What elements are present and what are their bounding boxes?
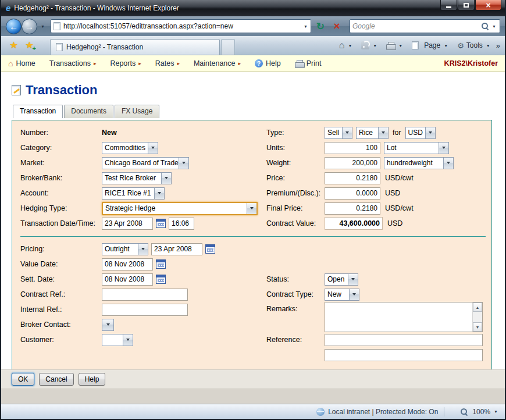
calendar-icon[interactable] [156,259,166,269]
calendar-icon[interactable] [205,244,215,254]
menu-maintenance[interactable]: Maintenance ▸ [194,59,241,67]
tools-menu-button[interactable]: Tools [466,41,483,49]
status-select[interactable]: Open [325,273,358,286]
price-unit: USD/cwt [385,174,414,182]
forward-button[interactable]: → [22,19,37,34]
final-price-input[interactable] [325,202,380,215]
dropdown-arrow-icon[interactable] [123,334,133,346]
search-icon[interactable] [481,22,489,30]
tab-documents[interactable]: Documents [64,105,113,118]
units-uom-select[interactable]: Lot [384,142,449,154]
remarks-scrollbar[interactable]: ▲ ▼ [472,302,482,332]
transaction-date-input[interactable] [102,218,153,230]
ok-button[interactable]: OK [12,373,34,386]
maximize-button[interactable] [458,0,475,10]
dropdown-arrow-icon[interactable] [154,188,164,199]
feeds-icon[interactable] [361,41,369,49]
broker-bank-select[interactable]: Test Rice Broker [102,172,172,184]
menu-help[interactable]: ? Help [255,59,281,67]
page-menu-dropdown-icon[interactable]: ▼ [443,44,449,48]
title-bar[interactable]: e Hedgehog² - Transaction - Windows Inte… [1,0,505,16]
dropdown-arrow-icon[interactable] [425,127,435,138]
print-dropdown-icon[interactable]: ▼ [397,44,404,48]
dropdown-arrow-icon[interactable] [439,143,448,154]
search-input[interactable] [352,22,479,30]
stop-button[interactable]: × [330,19,344,33]
market-select[interactable]: Chicago Board of Trade [102,157,189,169]
transaction-time-input[interactable] [169,218,194,230]
zoom-control[interactable]: 100% ▼ [458,408,499,416]
tab-fx-usage[interactable]: FX Usage [115,105,159,118]
customer-select[interactable] [102,334,133,346]
favorites-button[interactable]: ★ [6,38,22,53]
scroll-up-icon[interactable]: ▲ [473,302,482,312]
dropdown-arrow-icon[interactable] [148,143,158,154]
tab-favicon-icon [56,43,63,51]
hedging-type-select[interactable]: Strategic Hedge [102,202,258,215]
recent-pages-dropdown-icon[interactable]: ▼ [40,24,46,29]
price-input[interactable] [325,172,380,184]
address-dropdown-icon[interactable]: ▼ [302,24,309,29]
scroll-down-icon[interactable]: ▼ [473,322,482,332]
url-input[interactable] [63,22,302,30]
premium-input[interactable] [325,187,380,200]
search-box[interactable]: ▼ [350,19,500,33]
print-toolbar-icon[interactable] [386,42,395,49]
calendar-icon[interactable] [156,275,166,284]
menu-print[interactable]: Print [295,59,322,67]
tools-menu-dropdown-icon[interactable]: ▼ [485,44,491,48]
tab-transaction[interactable]: Transaction [13,105,63,118]
contract-ref-input[interactable] [102,289,188,301]
dropdown-arrow-icon[interactable] [102,319,113,330]
close-button[interactable]: × [475,0,501,10]
broker-contact-select[interactable] [102,319,114,331]
address-bar[interactable]: ▼ [51,19,311,33]
dropdown-arrow-icon[interactable] [378,127,388,138]
dropdown-arrow-icon[interactable] [349,289,359,300]
pricing-select[interactable]: Outright [102,243,148,255]
weight-uom-select[interactable]: hundredweight [384,157,454,169]
zoom-dropdown-icon[interactable]: ▼ [493,410,499,414]
menu-rates[interactable]: Rates ▸ [155,59,180,67]
back-button[interactable]: ← [6,19,22,34]
home-dropdown-icon[interactable]: ▼ [347,44,353,48]
type-commodity-select[interactable]: Rice [356,127,389,139]
dropdown-arrow-icon[interactable] [138,244,148,255]
search-dropdown-icon[interactable]: ▼ [491,24,497,29]
toolbar-overflow-button[interactable]: » [496,41,500,50]
type-side-select[interactable]: Sell [325,127,352,139]
account-select[interactable]: RICE1 Rice #1 [102,187,165,200]
menu-transactions[interactable]: Transactions ▸ [49,59,97,67]
value-date-input[interactable] [102,258,153,270]
minimize-button[interactable] [440,0,457,10]
browser-tab[interactable]: Hedgehog² - Transaction [50,39,220,55]
dropdown-arrow-icon[interactable] [161,173,171,184]
pricing-date-input[interactable] [151,243,202,255]
dropdown-arrow-icon[interactable] [179,158,188,169]
calendar-icon[interactable] [156,219,166,228]
page-menu-button[interactable]: Page [424,41,440,49]
contract-type-select[interactable]: New [325,289,359,301]
reference-input-2[interactable] [325,349,483,361]
menu-reports[interactable]: Reports ▸ [110,59,141,67]
dropdown-arrow-icon[interactable] [342,127,352,138]
home-icon[interactable]: ⌂ [339,41,345,50]
menu-home[interactable]: ⌂ Home [8,59,35,67]
category-select[interactable]: Commodities [102,142,158,154]
units-input[interactable] [325,142,380,154]
type-currency-select[interactable]: USD [405,127,436,139]
dropdown-arrow-icon[interactable] [247,203,256,214]
sett-date-input[interactable] [102,273,153,286]
weight-input[interactable] [325,157,380,169]
help-button[interactable]: Help [79,373,106,386]
refresh-button[interactable]: ↻ [313,19,327,33]
add-favorite-button[interactable]: ★+ [22,38,37,53]
dropdown-arrow-icon[interactable] [443,158,453,169]
feeds-dropdown-icon[interactable]: ▼ [372,44,378,48]
internal-ref-input[interactable] [102,304,188,316]
cancel-button[interactable]: Cancel [39,373,73,386]
dropdown-arrow-icon[interactable] [348,274,358,285]
reference-input-1[interactable] [325,334,483,346]
remarks-textarea[interactable] [325,302,482,332]
new-tab-button[interactable] [221,39,235,55]
